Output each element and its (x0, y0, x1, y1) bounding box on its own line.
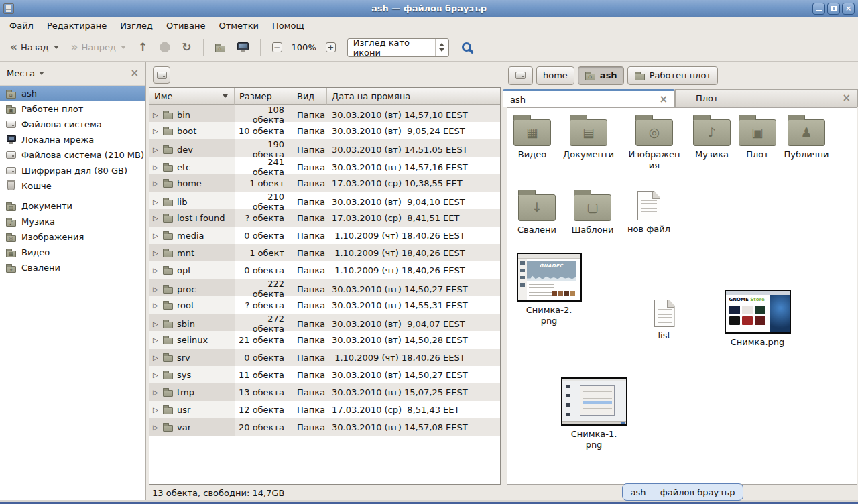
menu-item[interactable]: Помощ (265, 19, 311, 33)
sidebar-item[interactable]: ▣ Работен плот (0, 101, 145, 117)
menu-item[interactable]: Изглед (113, 19, 160, 33)
table-row[interactable]: ▷ root ? обекта Папка 30.03.2010 (вт) 14… (149, 296, 500, 314)
computer-button[interactable] (233, 40, 253, 55)
back-button[interactable]: « Назад (5, 39, 64, 56)
tab[interactable]: Плот × (675, 89, 858, 107)
menu-item[interactable]: Файл (3, 19, 40, 33)
menu-item[interactable]: Отиване (160, 19, 212, 33)
path-button[interactable]: home (536, 66, 574, 85)
table-row[interactable]: ▷ lost+found ? обекта Папка 17.03.2010 (… (149, 209, 500, 227)
expander-icon[interactable]: ▷ (153, 320, 159, 328)
sidebar-item[interactable]: ▦ Видео (0, 245, 145, 260)
taskbar-window-button[interactable]: ash — файлов браузър (622, 483, 743, 501)
icon-view-folder[interactable]: ♟ Публични (782, 113, 831, 160)
icon-view-file[interactable]: нов файл (624, 191, 674, 235)
forward-button[interactable]: » Напред (66, 39, 131, 56)
table-row[interactable]: ▷ var 20 обекта Папка 30.03.2010 (вт) 14… (149, 418, 500, 436)
table-row[interactable]: ▷ srv 0 обекта Папка 1.10.2009 (чт) 18,4… (149, 349, 500, 366)
path-button[interactable]: Работен плот (627, 66, 718, 85)
tab-close-icon[interactable]: × (659, 94, 668, 105)
icon-view-folder[interactable]: ▤ Документи (564, 113, 613, 160)
combo-spinner[interactable] (435, 39, 448, 56)
table-row[interactable]: ▷ home 1 обект Папка 17.03.2010 (ср) 10,… (149, 174, 500, 192)
table-row[interactable]: ▷ bin 108 обекта Папка 30.03.2010 (вт) 1… (149, 105, 500, 122)
expander-icon[interactable]: ▷ (153, 336, 159, 344)
table-row[interactable]: ▷ etc 241 обекта Папка 30.03.2010 (вт) 1… (149, 157, 500, 174)
table-row[interactable]: ▷ selinux 21 обекта Папка 30.03.2010 (вт… (149, 331, 500, 349)
table-row[interactable]: ▷ lib 210 обекта Папка 30.03.2010 (вт) 9… (149, 192, 500, 209)
path-button[interactable] (508, 66, 533, 85)
icon-view-folder[interactable]: ▣ Плот (733, 113, 782, 160)
sidebar-item[interactable]: ♪ Музика (0, 214, 145, 229)
reload-button[interactable]: ↻ (177, 39, 196, 56)
tab[interactable]: ash × (503, 89, 675, 107)
sidebar-item[interactable]: ▤ Документи (0, 198, 145, 214)
table-row[interactable]: ▷ sbin 272 обекта Папка 30.03.2010 (вт) … (149, 314, 500, 331)
expander-icon[interactable]: ▷ (153, 286, 159, 293)
table-row[interactable]: ▷ dev 190 обекта Папка 30.03.2010 (вт) 1… (149, 139, 500, 157)
expander-icon[interactable]: ▷ (153, 249, 159, 257)
expander-icon[interactable]: ▷ (153, 267, 159, 274)
up-button[interactable]: ↑ (133, 39, 152, 56)
tab-close-icon[interactable]: × (842, 93, 851, 103)
close-button[interactable]: × (842, 3, 855, 15)
home-button[interactable]: ⌂ (210, 40, 230, 55)
minimize-button[interactable] (812, 3, 825, 15)
sidebar-close-icon[interactable]: × (130, 68, 139, 78)
icon-view-folder[interactable]: ↓ Свалени (512, 188, 562, 235)
sidebar-item[interactable]: ◎ Изображения (0, 229, 145, 245)
icon-view-folder[interactable]: ♪ Музика (687, 113, 737, 160)
path-button[interactable]: ⌂ ash (578, 66, 624, 85)
expander-icon[interactable]: ▷ (153, 389, 159, 396)
icon-view-folder[interactable]: ▦ Видео (507, 113, 557, 160)
menu-item[interactable]: Редактиране (40, 19, 113, 33)
table-row[interactable]: ▷ media 0 обекта Папка 1.10.2009 (чт) 18… (149, 227, 500, 244)
table-row[interactable]: ▷ mnt 1 обект Папка 1.10.2009 (чт) 18,40… (149, 244, 500, 261)
sidebar-item[interactable]: Файлова система (210 MB) (0, 147, 145, 163)
expander-icon[interactable]: ▷ (153, 424, 159, 431)
table-row[interactable]: ▷ boot 10 обекта Папка 30.03.2010 (вт) 9… (149, 122, 500, 139)
sidebar-title[interactable]: Места (7, 68, 35, 78)
expander-icon[interactable]: ▷ (153, 111, 159, 119)
sidebar-item[interactable]: Файлова система (0, 117, 145, 132)
icon-view-file[interactable]: list (637, 300, 691, 341)
expander-icon[interactable]: ▷ (153, 354, 159, 361)
expander-icon[interactable]: ▷ (153, 198, 159, 206)
icon-view-image[interactable]: GUADEC Снимка-2. png (512, 253, 586, 327)
zoom-out-button[interactable]: − (267, 40, 287, 55)
column-header-date[interactable]: Дата на промяна (327, 88, 500, 105)
sidebar-item[interactable]: ↓ Свалени (0, 260, 145, 275)
sidebar-item[interactable]: Шифриран дял (80 GB) (0, 163, 145, 178)
table-row[interactable]: ▷ proc 222 обекта Папка 30.03.2010 (вт) … (149, 279, 500, 296)
expander-icon[interactable]: ▷ (153, 127, 159, 135)
view-mode-select[interactable]: Изглед като икони (347, 38, 449, 57)
column-header-type[interactable]: Вид (292, 88, 327, 105)
expander-icon[interactable]: ▷ (153, 180, 159, 187)
menu-item[interactable]: Отметки (212, 19, 265, 33)
stop-button[interactable] (155, 40, 174, 55)
expander-icon[interactable]: ▷ (153, 146, 159, 153)
table-row[interactable]: ▷ usr 12 обекта Папка 17.03.2010 (ср) 8,… (149, 401, 500, 418)
icon-view-folder[interactable]: ◎ Изображен ия (629, 113, 679, 172)
back-dropdown-icon[interactable] (54, 46, 59, 49)
sidebar-item[interactable]: Кошче (0, 178, 145, 194)
table-row[interactable]: ▷ tmp 13 обекта Папка 30.03.2010 (вт) 15… (149, 383, 500, 401)
zoom-in-button[interactable]: + (321, 40, 341, 55)
icon-view-folder[interactable]: ▢ Шаблони (568, 188, 617, 235)
table-row[interactable]: ▷ sys 11 обекта Папка 30.03.2010 (вт) 14… (149, 366, 500, 383)
table-row[interactable]: ▷ opt 0 обекта Папка 1.10.2009 (чт) 18,4… (149, 261, 500, 279)
expander-icon[interactable]: ▷ (153, 164, 159, 171)
icon-view-image[interactable]: GNOME Store Снимка.png (717, 290, 798, 348)
icon-view-image[interactable]: Снимка-1. png (557, 377, 631, 451)
sidebar-mode-dropdown-icon[interactable] (39, 72, 44, 75)
expander-icon[interactable]: ▷ (153, 302, 159, 309)
expander-icon[interactable]: ▷ (153, 232, 159, 239)
expander-icon[interactable]: ▷ (153, 214, 159, 222)
column-header-name[interactable]: Име (149, 88, 235, 105)
column-header-size[interactable]: Размер (235, 88, 292, 105)
search-button[interactable] (452, 38, 481, 57)
expander-icon[interactable]: ▷ (153, 371, 159, 379)
sidebar-item[interactable]: Локална мрежа (0, 132, 145, 147)
sidebar-item[interactable]: ⌂ ash (0, 86, 145, 101)
tree-pane-root-button[interactable] (153, 66, 170, 84)
